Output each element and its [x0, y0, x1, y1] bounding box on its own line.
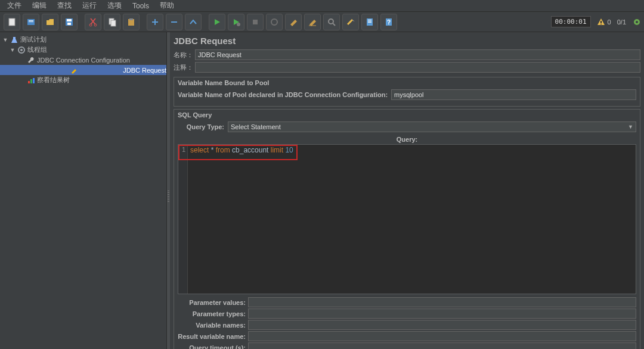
add-button[interactable]: [147, 14, 163, 30]
query-timeout-label: Query timeout (s):: [178, 344, 248, 350]
svg-rect-24: [600, 24, 602, 24]
thread-count: 0/1: [617, 18, 626, 26]
query-type-label: Query Type:: [178, 123, 224, 130]
param-values-label: Parameter values:: [178, 299, 248, 306]
pool-section-title: Variable Name Bound to Pool: [174, 77, 640, 88]
svg-rect-3: [29, 21, 33, 22]
tree-thread-group[interactable]: ▼ 线程组: [0, 45, 166, 55]
svg-rect-2: [29, 20, 33, 21]
open-button[interactable]: [42, 14, 58, 30]
expand-icon[interactable]: ▼: [2, 37, 8, 43]
svg-point-13: [237, 23, 240, 26]
stop-button[interactable]: [247, 14, 264, 30]
pool-input[interactable]: [391, 89, 636, 100]
param-types-label: Parameter types:: [178, 310, 248, 317]
name-label: 名称：: [174, 51, 195, 60]
save-button[interactable]: [61, 14, 78, 30]
tree-item-label: JDBC Connection Configuration: [37, 57, 130, 64]
svg-rect-19: [368, 21, 371, 21]
gear-icon[interactable]: [632, 17, 642, 27]
warning-icon: [597, 18, 605, 26]
shutdown-button[interactable]: [266, 14, 283, 30]
svg-rect-29: [28, 81, 30, 83]
toggle-button[interactable]: [185, 14, 202, 30]
tree-item-label: JDBC Request: [123, 67, 166, 74]
search-button[interactable]: [323, 14, 340, 30]
pool-section: Variable Name Bound to Pool Variable Nam…: [174, 77, 640, 107]
menu-find[interactable]: 查找: [52, 0, 76, 11]
svg-point-16: [329, 19, 333, 24]
test-plan-tree[interactable]: ▼ 测试计划 ▼ 线程组 JDBC Connection Configurati…: [0, 32, 167, 349]
svg-point-28: [20, 49, 23, 51]
svg-rect-20: [368, 22, 371, 23]
flask-icon: [10, 36, 18, 44]
svg-rect-23: [600, 21, 602, 23]
sql-section-title: SQL Query: [174, 110, 640, 120]
templates-button[interactable]: [23, 14, 39, 30]
query-type-select[interactable]: Select Statement ▼: [228, 121, 636, 132]
svg-rect-14: [253, 20, 258, 24]
result-var-label: Result variable name:: [178, 333, 248, 340]
start-button[interactable]: [209, 14, 225, 30]
comment-label: 注释：: [174, 63, 195, 72]
query-timeout-input[interactable]: [248, 342, 636, 349]
remove-button[interactable]: [166, 14, 182, 30]
warning-count[interactable]: 0: [597, 18, 611, 26]
tree-item-results-tree[interactable]: 察看结果树: [0, 75, 166, 85]
svg-rect-6: [67, 23, 71, 25]
menu-edit[interactable]: 编辑: [27, 0, 51, 11]
comment-input[interactable]: [195, 62, 640, 73]
menu-options[interactable]: 选项: [103, 0, 126, 11]
menu-bar: 文件 编辑 查找 运行 选项 Tools 帮助: [0, 0, 644, 12]
chevron-down-icon: ▼: [626, 124, 633, 130]
elapsed-timer: 00:00:01: [551, 16, 591, 27]
panel-title: JDBC Request: [174, 36, 640, 46]
param-values-input[interactable]: [248, 297, 636, 307]
tree-item-jdbc-config[interactable]: JDBC Connection Configuration: [0, 55, 166, 65]
menu-tools[interactable]: Tools: [128, 1, 154, 11]
tree-item-jdbc-request[interactable]: JDBC Request: [0, 65, 166, 75]
svg-rect-0: [9, 18, 15, 26]
help-button[interactable]: ?: [380, 14, 397, 30]
copy-button[interactable]: [104, 14, 120, 30]
sql-section: SQL Query Query Type: Select Statement ▼…: [174, 109, 640, 349]
params-grid: Parameter values: Parameter types: Varia…: [178, 297, 636, 349]
new-button[interactable]: [4, 14, 20, 30]
clear-button[interactable]: [285, 14, 302, 30]
start-notimers-button[interactable]: [228, 14, 244, 30]
result-var-input[interactable]: [248, 331, 636, 341]
config-panel: JDBC Request 名称： 注释： Variable Name Bound…: [170, 32, 644, 349]
svg-point-26: [636, 21, 638, 23]
tree-root[interactable]: ▼ 测试计划: [0, 35, 166, 45]
name-input[interactable]: [195, 49, 640, 60]
cut-button[interactable]: [85, 14, 101, 30]
menu-run[interactable]: 运行: [78, 0, 101, 11]
warning-count-value: 0: [608, 18, 611, 26]
reset-search-button[interactable]: [342, 14, 359, 30]
variable-names-input[interactable]: [248, 320, 636, 330]
param-types-input[interactable]: [248, 309, 636, 319]
splitter[interactable]: [167, 32, 170, 349]
tree-thread-group-label: 线程组: [27, 45, 47, 54]
paste-button[interactable]: [123, 14, 140, 30]
query-header: Query:: [178, 135, 636, 144]
svg-rect-5: [67, 19, 72, 21]
svg-point-15: [271, 19, 277, 25]
gauge-icon: [27, 76, 35, 85]
expand-icon[interactable]: ▼: [10, 47, 16, 53]
svg-text:?: ?: [387, 19, 391, 26]
query-type-value: Select Statement: [231, 123, 281, 130]
function-helper-button[interactable]: [361, 14, 378, 30]
wrench-icon: [27, 56, 35, 64]
clear-all-button[interactable]: [304, 14, 321, 30]
query-code[interactable]: select * from cb_account limit 10: [188, 145, 636, 294]
variable-names-label: Variable names:: [178, 322, 248, 329]
thread-group-icon: [17, 46, 26, 54]
menu-file[interactable]: 文件: [2, 0, 26, 11]
svg-rect-18: [368, 20, 371, 20]
svg-rect-31: [33, 78, 35, 83]
menu-help[interactable]: 帮助: [155, 0, 179, 11]
pipette-icon: [70, 66, 78, 74]
toolbar: ? 00:00:01 0 0/1: [0, 12, 644, 32]
query-editor[interactable]: 1 select * from cb_account limit 10: [178, 144, 636, 294]
